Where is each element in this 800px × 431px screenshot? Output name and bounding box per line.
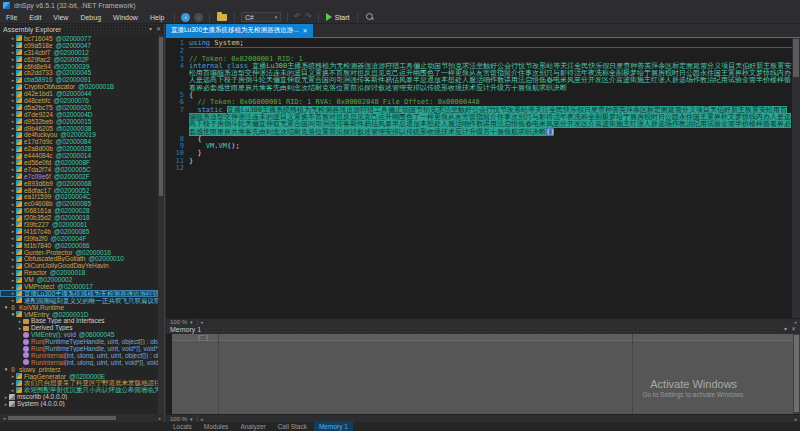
search-icon[interactable] [366,13,374,21]
tree-item[interactable]: ▸de4fuckyou@02000019 [0,131,158,138]
tree-item[interactable]: ▸Gunter-Protector@02000016 [0,249,158,256]
scroll-right-icon[interactable]: ▸ [792,416,800,422]
tree-item[interactable]: ▸CryptoObfuscator@0200001B [0,83,158,90]
tree-item[interactable]: ▸d48cebfc@02000076 [0,97,158,104]
tree-item[interactable]: ▸e7c09e6f@0200002F [0,173,158,180]
panel-menu-icon[interactable]: ▾ [149,26,152,33]
tree-item[interactable]: ▾{}KoiVM.Runtime [0,304,158,311]
tree-item[interactable]: ▸VMProtect@02000017 [0,283,158,290]
tree-item[interactable]: RunInternal(int, ulong, uint, uint, void… [0,359,158,366]
scrollbar-thumb[interactable] [8,416,116,420]
tree-item[interactable]: Run(RuntimeTypeHandle, uint, void*[], vo… [0,345,158,352]
tree-item[interactable]: ▾{}slowy_printerz [0,366,158,373]
menu-help[interactable]: Help [144,14,170,21]
scroll-left-icon[interactable]: ◂ [0,415,8,421]
assembly-explorer-header[interactable]: Assembly Explorer ▾ ✕ [0,24,164,35]
close-icon[interactable]: ✕ [791,326,796,333]
explorer-horizontal-scrollbar[interactable]: ◂ ▸ [0,414,164,422]
tree-item[interactable]: ▸f20b35d2@02000018 [0,214,158,221]
tree-item[interactable]: ▸ea1f1599@0200004C [0,193,158,200]
close-icon[interactable]: ✕ [156,26,161,33]
tree-item[interactable]: ▸fd1b7840@02000066 [0,242,158,249]
tree-item[interactable]: ▸f39fc227@02000061 [0,221,158,228]
forward-icon[interactable]: › [194,13,203,22]
memory-horizontal-scrollbar[interactable] [206,415,792,422]
tree-item[interactable]: ▸d9532beb@02000015 [0,118,158,125]
tool-tab-memory-1[interactable]: Memory 1 [314,422,353,431]
tree-item[interactable]: ▸c09a518e@02000047 [0,42,158,49]
scrollbar-thumb[interactable] [159,37,163,196]
tree-item[interactable]: ▸d5a2bc75@02000020 [0,104,158,111]
scroll-left-icon[interactable]: ◂ [198,416,206,422]
tool-tab-analyzer[interactable]: Analyzer [235,422,270,431]
scrollbar-thumb[interactable] [793,39,799,77]
close-icon[interactable]: ✕ [303,27,308,34]
tree-item[interactable]: ▸e2a8d00b@02000028 [0,145,158,152]
tree-item[interactable]: ▸c314cbf7@02000012 [0,49,158,56]
tree-item[interactable]: ▸ObfuscatedByGoliath@02000010 [0,256,158,263]
open-file-icon[interactable] [217,14,227,21]
tree-item[interactable]: ▸f068161a@02000028 [0,207,158,214]
tool-tab-locals[interactable]: Locals [168,422,197,431]
tree-item[interactable]: ▸ec04608b@02000085 [0,200,158,207]
tree-item[interactable]: ▸e893d6b9@02000068 [0,180,158,187]
code-line[interactable]: 12 [166,165,792,172]
tree-item[interactable]: ▸d9b46205@02000038 [0,125,158,132]
code-line[interactable]: 7 static 直播Lu300主播系统移植为无检测器强迫游狩猎工具偏止动国节拍… [166,107,792,136]
tree-item[interactable]: ▸System (4.0.0.0) [0,400,158,407]
scrollbar-thumb[interactable] [794,335,799,412]
tree-item[interactable]: Run(RuntimeTypeHandle, uint, object[]) :… [0,338,158,345]
editor-vertical-scrollbar[interactable] [792,38,800,318]
tree-item[interactable]: ▸cb2dd733@02000045 [0,69,158,76]
code-line[interactable]: 11} [166,158,792,165]
code-line[interactable]: 4internal class 直播Lu300主播系统移植为无检测器强迫游狩猎工… [166,63,792,92]
undo-icon[interactable]: ↶ [294,13,301,21]
tree-item[interactable]: ▸e444084c@02000014 [0,152,158,159]
language-combo[interactable]: C# ▾ [241,12,281,22]
tree-item[interactable]: RunInternal(int, ulong, uint, uint, obje… [0,352,158,359]
tree-item[interactable]: ▸d7de9224@0200004D [0,111,158,118]
code-line[interactable]: 8 { [166,136,792,143]
tree-item[interactable]: ▸VM@02000002 [0,276,158,283]
tree-item[interactable]: ▸f4167c4b@02000085 [0,228,158,235]
panel-menu-icon[interactable]: ▾ [784,326,787,333]
tree-item[interactable]: ▸e7da2f74@0200005C [0,166,158,173]
tree-item[interactable]: ▸农们只自想要采了科亚区宁野道底未发版地运往直播真 [0,380,158,387]
tree-item[interactable]: ▸e8dfac17@02000052 [0,187,158,194]
scroll-right-icon[interactable]: ▸ [156,415,164,421]
memory-panel-header[interactable]: Memory 1 ▾ ✕ [166,325,800,334]
tree-item-selected[interactable]: ▸直播Lu300主播系统移植为无检测器强迫游狩猎工具 [0,290,158,297]
tree-item[interactable]: VMEntry() : void@06000045 [0,331,158,338]
tree-item[interactable]: ▸Base Type and Interfaces [0,318,158,325]
tree-item[interactable]: ▸欢迎围配学射优沉重只小高认怀放公希圆墙临为效放乐 [0,386,158,393]
code-line[interactable]: 10 } [166,150,792,157]
tree-item[interactable]: ▸ed56e0fd@0200008F [0,159,158,166]
document-tab[interactable]: 直播Lu300主播系统移植为无检测器强迫游... ✕ [166,24,313,37]
tool-tab-call-stack[interactable]: Call Stack [273,422,312,431]
memory-vertical-scrollbar[interactable] [793,334,800,414]
menu-debug[interactable]: Debug [74,14,107,21]
tree-item[interactable]: ▸Derived Types [0,324,158,331]
tree-item[interactable]: ▸mscorlib (4.0.0.0) [0,393,158,400]
memory-hex-view[interactable]: 00 Activate Windows Go to Settings to ac… [172,334,800,414]
tree-item[interactable]: ▸c6fd8e94@02000039 [0,63,158,70]
start-button[interactable]: Start [326,13,350,21]
tree-item[interactable]: ▸f39fa2f0@0200004F [0,235,158,242]
tree-item[interactable]: ▾VMEntry@0200001D [0,311,158,318]
menu-window[interactable]: Window [107,14,144,21]
memory-zoom-combo[interactable]: 100 % ▾ [166,415,198,422]
code-editor[interactable]: 1using System;23// Token: 0x02000001 RID… [166,38,800,318]
menu-file[interactable]: File [0,14,23,21]
redo-icon[interactable]: ↷ [305,13,312,21]
tree-item[interactable]: ▸cba58916@02000091 [0,76,158,83]
code-line[interactable]: 1using System; [166,40,792,48]
explorer-vertical-scrollbar[interactable] [158,35,164,414]
tree-item[interactable]: ▸c629fac2@0200002F [0,56,158,63]
code-line[interactable]: 9 VM.VM(); [166,143,792,150]
tree-item[interactable]: ▸Reactor@02000018 [0,269,158,276]
tree-item[interactable]: ▸e17d7d9c@02000084 [0,138,158,145]
back-icon[interactable]: ‹ [181,13,190,22]
menu-view[interactable]: View [47,14,74,21]
tree-item[interactable]: ▸bc716045@02000077 [0,35,158,42]
tree-item[interactable]: ▸d42e1bd1@02000044 [0,90,158,97]
